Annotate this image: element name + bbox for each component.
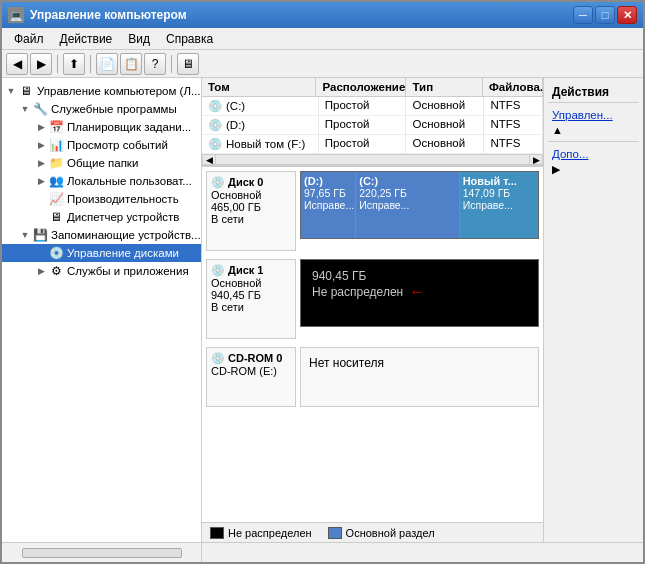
window-icon: 💻 (8, 7, 24, 23)
window-title: Управление компьютером (30, 8, 573, 22)
disk1-block: 💿 Диск 1 Основной 940,45 ГБ В сети 940,4… (206, 259, 539, 339)
col-header-type[interactable]: Тип (406, 78, 483, 96)
menu-action[interactable]: Действие (52, 30, 121, 48)
bottom-area (2, 542, 643, 562)
scroll-track[interactable] (216, 154, 529, 165)
disk0-icon: 💿 (211, 176, 228, 188)
vol-row-d[interactable]: 💿(D:) Простой Основной NTFS (202, 116, 543, 135)
disk0-partition-c[interactable]: (C:) 220,25 ГБ Исправе... (356, 172, 459, 238)
part-new-size: 147,09 ГБ (463, 187, 535, 199)
disk1-partitions: 940,45 ГБ Не распределен ← (300, 259, 539, 327)
sidebar-scroll-track[interactable] (22, 548, 182, 558)
expander-perf[interactable] (34, 192, 48, 206)
toolbar: ◀ ▶ ⬆ 📄 📋 ? 🖥 (2, 50, 643, 78)
event-icon: 📊 (48, 137, 64, 153)
legend-primary: Основной раздел (328, 527, 435, 539)
expander-shared[interactable]: ▶ (34, 156, 48, 170)
event-label: Просмотр событий (67, 139, 168, 151)
statusbar (202, 542, 643, 562)
utilities-label: Служебные программы (51, 103, 177, 115)
expander-storage[interactable]: ▼ (18, 228, 32, 242)
unalloc-content: 940,45 ГБ Не распределен ← (304, 263, 535, 307)
sidebar-hscroll[interactable] (2, 542, 202, 562)
vol-cell-d-type: Основной (406, 116, 484, 134)
action-manage-arrow[interactable]: ▲ (548, 124, 563, 136)
disk0-partition-new[interactable]: Новый т... 147,09 ГБ Исправе... (460, 172, 538, 238)
sidebar-item-services[interactable]: ▶ ⚙ Службы и приложения (2, 262, 201, 280)
part-new-label: Новый т... (463, 175, 535, 187)
disk-mgmt-label: Управление дисками (67, 247, 179, 259)
sidebar-root[interactable]: ▼ 🖥 Управление компьютером (Л... (2, 82, 201, 100)
disk0-partitions: (D:) 97,65 ГБ Исправе... (C:) 220,25 ГБ … (300, 171, 539, 239)
sidebar-item-local-users[interactable]: ▶ 👥 Локальные пользоват... (2, 172, 201, 190)
title-bar: 💻 Управление компьютером ─ □ ✕ (2, 2, 643, 28)
disk1-partition-unalloc[interactable]: 940,45 ГБ Не распределен ← (301, 260, 538, 326)
col-header-tom[interactable]: Том (202, 78, 316, 96)
expander-task[interactable]: ▶ (34, 120, 48, 134)
sidebar-item-device-manager[interactable]: 🖥 Диспетчер устройств (2, 208, 201, 226)
task-icon: 📅 (48, 119, 64, 135)
action-group: Допо... ▶ (548, 141, 639, 176)
users-label: Локальные пользоват... (67, 175, 192, 187)
action-manage[interactable]: Управлен... (548, 107, 639, 123)
vol-cell-f-loc: Простой (319, 135, 407, 153)
minimize-button[interactable]: ─ (573, 6, 593, 24)
vol-row-f[interactable]: 💿Новый том (F:) Простой Основной NTFS (202, 135, 543, 154)
dev-label: Диспетчер устройств (67, 211, 179, 223)
legend-bar: Не распределен Основной раздел (202, 522, 543, 542)
sidebar-item-disk-management[interactable]: 💿 Управление дисками (2, 244, 201, 262)
svc-label: Службы и приложения (67, 265, 189, 277)
vol-header: Том Расположение Тип Файлова... (202, 78, 543, 97)
cdrom0-status-area: Нет носителя (300, 347, 539, 407)
show-hide-button[interactable]: 📄 (96, 53, 118, 75)
utilities-icon: 🔧 (32, 101, 48, 117)
menu-view[interactable]: Вид (120, 30, 158, 48)
disk0-partition-d[interactable]: (D:) 97,65 ГБ Исправе... (301, 172, 356, 238)
maximize-button[interactable]: □ (595, 6, 615, 24)
action-more[interactable]: Допо... (548, 146, 639, 162)
folder-icon: 📁 (48, 155, 64, 171)
close-button[interactable]: ✕ (617, 6, 637, 24)
cdrom0-icon: 💿 (211, 352, 228, 364)
menu-file[interactable]: Файл (6, 30, 52, 48)
vol-cell-f-fs: NTFS (484, 135, 543, 153)
back-button[interactable]: ◀ (6, 53, 28, 75)
sidebar-item-shared-folders[interactable]: ▶ 📁 Общие папки (2, 154, 201, 172)
up-button[interactable]: ⬆ (63, 53, 85, 75)
device-icon: 🖥 (48, 209, 64, 225)
help-button[interactable]: ? (144, 53, 166, 75)
sidebar-item-event-viewer[interactable]: ▶ 📊 Просмотр событий (2, 136, 201, 154)
forward-button[interactable]: ▶ (30, 53, 52, 75)
sidebar-item-task-scheduler[interactable]: ▶ 📅 Планировщик задани... (2, 118, 201, 136)
expander-dev[interactable] (34, 210, 48, 224)
sidebar-item-utilities[interactable]: ▼ 🔧 Служебные программы (2, 100, 201, 118)
right-panel: Том Расположение Тип Файлова... 💿(C:) Пр… (202, 78, 543, 542)
table-hscroll[interactable]: ◀ ▶ (202, 154, 543, 166)
col-header-fs[interactable]: Файлова... (483, 78, 543, 96)
scroll-left-btn[interactable]: ◀ (202, 154, 216, 165)
expander-svc[interactable]: ▶ (34, 264, 48, 278)
window-controls: ─ □ ✕ (573, 6, 637, 24)
expander-utilities[interactable]: ▼ (18, 102, 32, 116)
cdrom0-info: 💿 CD-ROM 0 CD-ROM (E:) (206, 347, 296, 407)
action-more-arrow[interactable]: ▶ (548, 163, 560, 176)
col-header-location[interactable]: Расположение (316, 78, 406, 96)
cdrom0-name: 💿 CD-ROM 0 (211, 352, 291, 365)
expander-root[interactable]: ▼ (4, 84, 18, 98)
storage-label: Запоминающие устройств... (51, 229, 201, 241)
sidebar-item-storage[interactable]: ▼ 💾 Запоминающие устройств... (2, 226, 201, 244)
scroll-right-btn[interactable]: ▶ (529, 154, 543, 165)
sidebar-item-performance[interactable]: 📈 Производительность (2, 190, 201, 208)
vol-cell-c-fs: NTFS (484, 97, 543, 115)
sidebar: ▼ 🖥 Управление компьютером (Л... ▼ 🔧 Слу… (2, 78, 202, 542)
expander-event[interactable]: ▶ (34, 138, 48, 152)
expander-users[interactable]: ▶ (34, 174, 48, 188)
toolbar-separator-1 (57, 55, 58, 73)
part-d-label: (D:) (304, 175, 352, 187)
menu-help[interactable]: Справка (158, 30, 221, 48)
vol-row-c[interactable]: 💿(C:) Простой Основной NTFS (202, 97, 543, 116)
performance-icon: 📈 (48, 191, 64, 207)
properties-button[interactable]: 📋 (120, 53, 142, 75)
expander-disk[interactable] (34, 246, 48, 260)
extra-button[interactable]: 🖥 (177, 53, 199, 75)
